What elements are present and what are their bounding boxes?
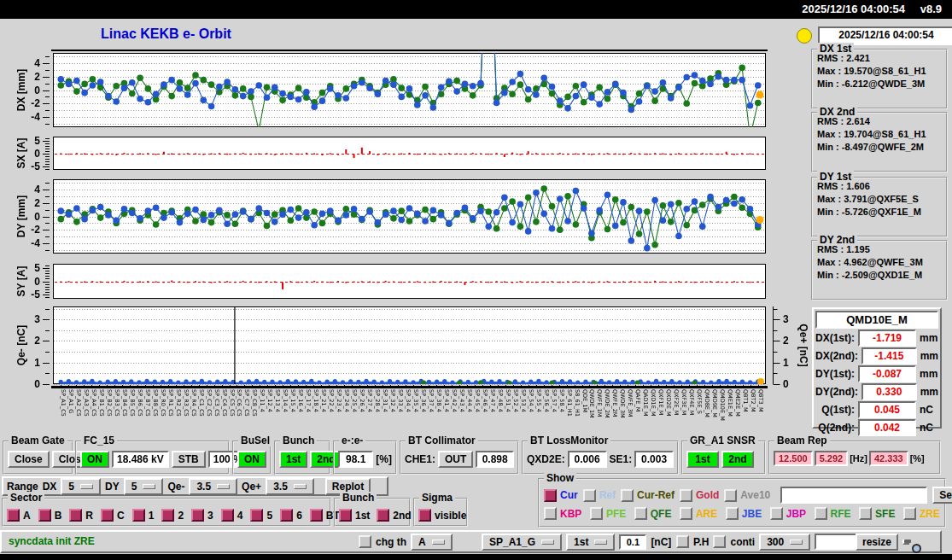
sector-checkbox-2[interactable]: 2	[161, 509, 184, 522]
qmd-row-unit: nC	[920, 422, 938, 434]
checkbox-indicator[interactable]	[903, 507, 916, 520]
chg-th-dropdown[interactable]: A	[411, 534, 453, 551]
set-ref-button[interactable]: Set Ref	[932, 487, 952, 504]
conti-checkbox[interactable]	[713, 535, 726, 548]
checkbox-indicator[interactable]	[250, 509, 263, 522]
checkbox-indicator[interactable]	[132, 509, 145, 522]
show-checkbox-jbp[interactable]: JBP	[770, 507, 806, 520]
checkbox-indicator[interactable]	[280, 509, 293, 522]
show-checkbox-cur-ref[interactable]: Cur-Ref	[621, 489, 675, 502]
se1-label: SE1:	[610, 453, 633, 465]
checkbox-indicator[interactable]	[161, 509, 174, 522]
fc15-stb-button[interactable]: STB	[172, 451, 206, 468]
show-checkbox-qfe[interactable]: QFE	[634, 507, 672, 520]
checkbox-indicator[interactable]	[38, 509, 51, 522]
status-bar: syncdata init ZRE chg th A SP_A1_G 1st 0…	[0, 530, 942, 553]
sp-select-dropdown[interactable]: SP_A1_G	[482, 534, 562, 551]
sector-checkbox-1[interactable]: 1	[132, 509, 155, 522]
bunch-select-dropdown[interactable]: 1st	[566, 534, 615, 551]
sector-checkbox-r[interactable]: R	[69, 509, 93, 522]
sector-checkbox-b[interactable]: B	[38, 509, 62, 522]
gr-snsr-2nd-button[interactable]: 2nd	[721, 451, 754, 468]
checkbox-indicator[interactable]	[101, 509, 114, 522]
checkbox-indicator[interactable]	[815, 507, 827, 520]
range-qe-minus-dropdown[interactable]: 3.5	[189, 478, 237, 495]
fc15-on-button[interactable]: ON	[80, 451, 109, 468]
checkbox-label: ZRE	[920, 508, 940, 520]
group-label: DX 2nd	[817, 106, 857, 118]
resize-button[interactable]: resize	[856, 534, 898, 551]
checkbox-indicator[interactable]	[634, 507, 647, 520]
che1-value-field: 0.898	[476, 451, 514, 468]
sector-checkbox-6[interactable]: 6	[280, 509, 302, 522]
titlebar-version: v8.9	[920, 3, 942, 15]
checkbox-indicator[interactable]	[310, 509, 323, 522]
points-dropdown[interactable]: 300	[759, 534, 810, 551]
qmd-monitor-panel: QMD10E_M DX(1st): -1.719 mm DX(2nd): -1.…	[812, 307, 942, 429]
checkbox-label: JBP	[786, 508, 806, 520]
range-dy-dropdown[interactable]: 5	[124, 478, 164, 495]
che1-out-button[interactable]: OUT	[438, 451, 473, 468]
sector-checkbox-c[interactable]: C	[101, 509, 125, 522]
checkbox-label: R	[85, 510, 93, 522]
bunch-1st-button[interactable]: 1st	[279, 451, 307, 468]
ref-name-input[interactable]	[780, 487, 927, 504]
checkbox-indicator[interactable]	[418, 509, 431, 522]
stats-group-dx2: DX 2nd RMS : 2.614 Max : 19.704@S8_61_H1…	[811, 112, 948, 172]
show-checkbox-rfe[interactable]: RFE	[815, 507, 851, 520]
checkbox-indicator[interactable]	[69, 509, 82, 522]
range-qe-plus-dropdown[interactable]: 3.5	[266, 478, 314, 495]
checkbox-indicator[interactable]	[726, 507, 739, 520]
sector-checkbox-4[interactable]: 4	[221, 509, 243, 522]
group-label: BuSel	[238, 435, 272, 446]
show-checkbox-gold[interactable]: Gold	[680, 489, 719, 502]
qmd-row-label: Q(1st):	[821, 404, 855, 416]
qmd-row: DY(2nd): 0.330 mm	[815, 383, 938, 400]
checkbox-indicator[interactable]	[590, 507, 603, 520]
checkbox-label: ARE	[696, 508, 717, 520]
checkbox-indicator[interactable]	[621, 489, 634, 502]
checkbox-indicator[interactable]	[7, 509, 20, 522]
checkbox-indicator[interactable]	[680, 507, 692, 520]
ph-checkbox[interactable]	[676, 535, 689, 548]
show-checkbox-zre[interactable]: ZRE	[903, 507, 940, 520]
qmd-row-label: DY(1st):	[815, 368, 855, 380]
bunch-checkbox-2nd[interactable]: 2nd	[377, 509, 411, 522]
show-checkbox-kbp[interactable]: KBP	[544, 507, 581, 520]
checkbox-indicator[interactable]	[583, 489, 596, 502]
show-checkbox-are[interactable]: ARE	[680, 507, 717, 520]
bt-collimator-group: BT Collimator CHE1: OUT 0.898	[400, 440, 519, 475]
checkbox-indicator[interactable]	[770, 507, 783, 520]
stat-max: Max : 3.791@QXF5E_S	[813, 191, 946, 204]
show-checkbox-cur[interactable]: Cur	[544, 489, 578, 502]
show-checkbox-ave10[interactable]: Ave10	[724, 489, 770, 502]
gr-snsr-1st-button[interactable]: 1st	[686, 451, 719, 468]
sector-checkbox-5[interactable]: 5	[250, 509, 272, 522]
checkbox-indicator[interactable]	[221, 509, 234, 522]
checkbox-indicator[interactable]	[191, 509, 204, 522]
busel-group: BuSel ON	[232, 440, 272, 475]
range-dx-dropdown[interactable]: 5	[61, 478, 101, 495]
threshold-field[interactable]: 0.1	[619, 534, 646, 550]
show-checkbox-sfe[interactable]: SFE	[859, 507, 895, 520]
chg-th-checkbox[interactable]	[359, 535, 371, 548]
checkbox-indicator[interactable]	[339, 509, 352, 522]
busel-on-button[interactable]: ON	[237, 451, 266, 468]
checkbox-indicator[interactable]	[859, 507, 872, 520]
show-checkbox-pfe[interactable]: PFE	[590, 507, 626, 520]
beam-rep-field-2: 5.292	[815, 451, 849, 466]
show-checkbox-jbe[interactable]: JBE	[726, 507, 762, 520]
sector-checkbox-a[interactable]: A	[7, 509, 31, 522]
show-checkbox-ref[interactable]: Ref	[583, 489, 616, 502]
sector-checkbox-3[interactable]: 3	[191, 509, 213, 522]
checkbox-indicator[interactable]	[377, 509, 389, 522]
checkbox-indicator[interactable]	[680, 489, 692, 502]
beam-gate-close-button-1[interactable]: Close	[8, 451, 50, 468]
checkbox-indicator[interactable]	[724, 489, 737, 502]
bunch-checkbox-1st[interactable]: 1st	[339, 509, 370, 522]
checkbox-indicator[interactable]	[544, 489, 557, 502]
sigma-checkbox-visible[interactable]: visible	[418, 509, 466, 522]
qmd-row-value: 0.045	[858, 401, 916, 418]
checkbox-indicator[interactable]	[544, 507, 557, 520]
screenshot-button[interactable]	[902, 540, 909, 545]
